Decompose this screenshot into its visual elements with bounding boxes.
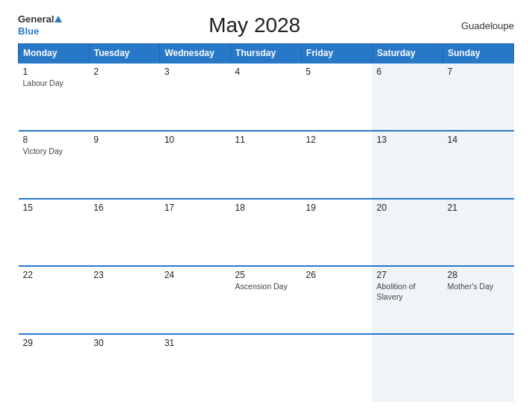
day-event: Mother's Day bbox=[448, 282, 510, 292]
header-row: Monday Tuesday Wednesday Thursday Friday… bbox=[19, 44, 514, 64]
calendar-cell bbox=[443, 334, 514, 402]
day-number: 22 bbox=[23, 270, 85, 280]
day-number: 16 bbox=[93, 203, 155, 213]
calendar-cell: 15 bbox=[19, 199, 90, 267]
calendar-body: 1Labour Day2345678Victory Day91011121314… bbox=[19, 63, 514, 402]
day-number: 19 bbox=[306, 203, 368, 213]
day-number: 24 bbox=[164, 270, 226, 280]
calendar-cell: 27Abolition of Slavery bbox=[372, 266, 443, 334]
day-event: Labour Day bbox=[23, 78, 85, 89]
day-number: 8 bbox=[23, 135, 85, 145]
day-number: 11 bbox=[235, 135, 297, 145]
calendar-cell: 2 bbox=[89, 63, 160, 131]
header: General Blue May 2028 Guadeloupe bbox=[18, 13, 514, 37]
calendar-cell: 10 bbox=[160, 131, 231, 199]
day-number: 9 bbox=[93, 135, 155, 145]
col-thursday: Thursday bbox=[231, 44, 302, 64]
calendar-cell: 6 bbox=[372, 63, 443, 131]
calendar-cell: 14 bbox=[443, 131, 514, 199]
day-number: 12 bbox=[306, 135, 368, 145]
day-number: 27 bbox=[377, 270, 439, 280]
day-number: 7 bbox=[448, 67, 510, 77]
col-sunday: Sunday bbox=[443, 44, 514, 64]
calendar-cell: 26 bbox=[301, 266, 372, 334]
day-number: 10 bbox=[164, 135, 226, 145]
day-event: Ascension Day bbox=[235, 282, 297, 292]
day-number: 18 bbox=[235, 203, 297, 213]
calendar-week-3: 15161718192021 bbox=[19, 199, 514, 267]
logo: General Blue bbox=[18, 13, 62, 37]
logo-blue-text: Blue bbox=[18, 25, 39, 37]
calendar-week-5: 293031 bbox=[19, 334, 514, 402]
calendar-page: General Blue May 2028 Guadeloupe Monday … bbox=[0, 0, 532, 411]
calendar-cell: 5 bbox=[301, 63, 372, 131]
calendar-cell: 7 bbox=[443, 63, 514, 131]
calendar-cell: 24 bbox=[160, 266, 231, 334]
calendar-week-2: 8Victory Day91011121314 bbox=[19, 131, 514, 199]
calendar-cell: 1Labour Day bbox=[19, 63, 90, 131]
calendar-cell: 23 bbox=[89, 266, 160, 334]
logo-general-text: General bbox=[18, 13, 54, 25]
day-number: 4 bbox=[235, 67, 297, 77]
calendar-cell: 8Victory Day bbox=[19, 131, 90, 199]
calendar-cell bbox=[231, 334, 302, 402]
day-number: 6 bbox=[377, 67, 439, 77]
calendar-week-1: 1Labour Day234567 bbox=[19, 63, 514, 131]
calendar-header: Monday Tuesday Wednesday Thursday Friday… bbox=[19, 44, 514, 64]
col-tuesday: Tuesday bbox=[89, 44, 160, 64]
calendar-cell: 4 bbox=[231, 63, 302, 131]
day-number: 3 bbox=[164, 67, 226, 77]
col-monday: Monday bbox=[19, 44, 90, 64]
calendar-cell: 11 bbox=[231, 131, 302, 199]
day-number: 15 bbox=[23, 203, 85, 213]
day-number: 31 bbox=[164, 338, 226, 348]
calendar-cell: 19 bbox=[301, 199, 372, 267]
day-number: 21 bbox=[448, 203, 510, 213]
calendar-cell bbox=[372, 334, 443, 402]
calendar-cell: 22 bbox=[19, 266, 90, 334]
calendar-cell: 20 bbox=[372, 199, 443, 267]
calendar-cell: 30 bbox=[89, 334, 160, 402]
day-number: 20 bbox=[377, 203, 439, 213]
day-number: 17 bbox=[164, 203, 226, 213]
calendar-table: Monday Tuesday Wednesday Thursday Friday… bbox=[18, 43, 514, 402]
day-number: 26 bbox=[306, 270, 368, 280]
calendar-cell: 9 bbox=[89, 131, 160, 199]
day-number: 29 bbox=[23, 338, 85, 348]
day-number: 30 bbox=[93, 338, 155, 348]
day-number: 1 bbox=[23, 67, 85, 77]
calendar-title: May 2028 bbox=[62, 13, 447, 37]
calendar-cell: 16 bbox=[89, 199, 160, 267]
region-label: Guadeloupe bbox=[447, 20, 514, 31]
day-number: 14 bbox=[448, 135, 510, 145]
day-number: 23 bbox=[93, 270, 155, 280]
day-number: 13 bbox=[377, 135, 439, 145]
col-saturday: Saturday bbox=[372, 44, 443, 64]
calendar-cell: 21 bbox=[443, 199, 514, 267]
calendar-cell: 17 bbox=[160, 199, 231, 267]
calendar-cell: 3 bbox=[160, 63, 231, 131]
calendar-cell: 31 bbox=[160, 334, 231, 402]
calendar-cell: 13 bbox=[372, 131, 443, 199]
calendar-cell: 18 bbox=[231, 199, 302, 267]
calendar-cell: 12 bbox=[301, 131, 372, 199]
calendar-week-4: 22232425Ascension Day2627Abolition of Sl… bbox=[19, 266, 514, 334]
day-number: 2 bbox=[93, 67, 155, 77]
calendar-cell: 28Mother's Day bbox=[443, 266, 514, 334]
logo-triangle-icon bbox=[55, 16, 62, 22]
calendar-cell: 29 bbox=[19, 334, 90, 402]
day-number: 25 bbox=[235, 270, 297, 280]
calendar-cell bbox=[301, 334, 372, 402]
col-wednesday: Wednesday bbox=[160, 44, 231, 64]
calendar-cell: 25Ascension Day bbox=[231, 266, 302, 334]
day-event: Abolition of Slavery bbox=[377, 282, 439, 302]
col-friday: Friday bbox=[301, 44, 372, 64]
day-number: 5 bbox=[306, 67, 368, 77]
day-event: Victory Day bbox=[23, 146, 85, 157]
day-number: 28 bbox=[448, 270, 510, 280]
